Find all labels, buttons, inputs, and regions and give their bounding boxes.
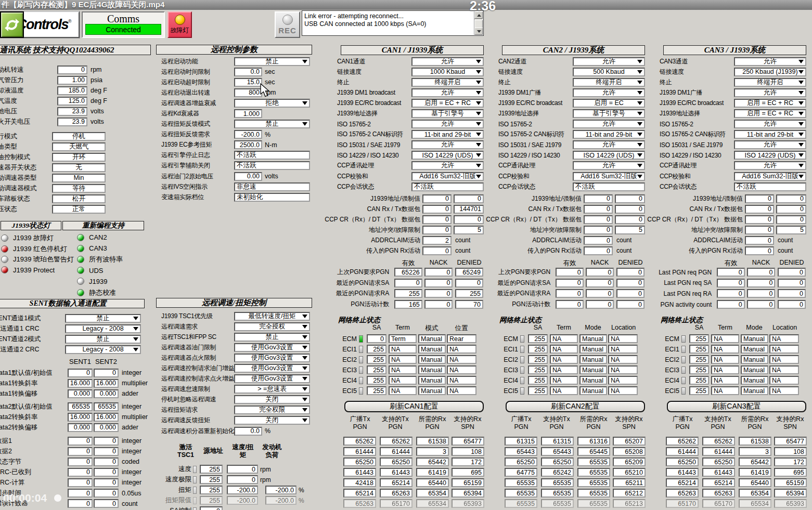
can-config-field[interactable]: 允许 [734,57,806,66]
pgn-required-rx-field[interactable]: 65354 [739,489,771,498]
pgn-required-rx-field[interactable]: 3 [416,447,449,456]
pgn-broadcast-tx-field[interactable]: 42418 [343,478,376,487]
spinner-handle-icon[interactable] [193,497,197,504]
pgn-broadcast-tx-field[interactable]: 65535 [505,478,537,487]
sent1-value-field[interactable]: 16.000 [68,413,93,422]
pgn-supported-rx-field[interactable]: 65394 [452,489,484,498]
pgn-supported-rx-field[interactable]: 695 [774,468,807,477]
can-config-field[interactable]: 允许 [734,140,806,149]
governor-param-field[interactable]: 关闭 [234,416,310,425]
can-config-field[interactable]: 允许 [734,120,806,128]
can-config-field[interactable]: 11-bit and 29-bit [411,130,484,139]
sent-dropdown[interactable]: 禁止 [65,314,141,323]
pgn-broadcast-tx-field[interactable]: 65250 [343,457,376,466]
pgn-broadcast-tx-field[interactable]: 61443 [666,468,699,477]
pgn-supported-rx-field[interactable]: 108 [452,447,484,456]
remote-param-field[interactable]: 非怠速 [234,182,310,191]
can-config-field[interactable]: 允许 [573,161,645,170]
governor-param-field[interactable]: 使用Gov3设置 [234,343,310,352]
sent2-value-field[interactable]: 0.000 [94,423,119,432]
pgn-broadcast-tx-field[interactable]: 65214 [343,489,376,498]
can-config-field[interactable]: 不活跃 [411,182,484,191]
governor-param-field[interactable]: 最低转速度/扭矩 [234,312,310,321]
pgn-supported-tx-field[interactable]: 65214 [702,478,735,487]
pgn-broadcast-tx-field[interactable]: 61444 [666,447,699,456]
refresh-can2-button[interactable]: 刷新CAN2配置 [506,401,645,412]
tsc1-source-address-field[interactable]: 255 [200,496,223,505]
pgn-supported-tx-field[interactable]: 65262 [702,437,735,446]
sent1-value-field[interactable]: 0.000 [68,389,93,398]
can-config-field[interactable]: 启用 = EC + RC [734,99,806,108]
can-config-field[interactable]: 允许 [573,140,645,149]
can-config-field[interactable]: 500 Kbaud [573,68,645,76]
remote-param-field[interactable]: 0.0 [234,68,262,76]
can-config-field[interactable]: 基于引擎号 [411,109,484,118]
pgn-supported-rx-field[interactable]: 108 [774,447,807,456]
spinner-handle-icon[interactable] [193,507,197,510]
sent-dropdown[interactable]: 禁止 [65,335,141,344]
remote-param-field[interactable]: 不活跃 [234,161,310,170]
remote-param-field[interactable]: 不活跃 [234,151,310,160]
pgn-required-rx-field[interactable]: 65535 [577,468,610,477]
remote-param-field[interactable]: 未初始化 [234,193,310,202]
governor-param-field[interactable]: 0.0 [234,427,262,436]
sent1-value-field[interactable]: 0.000 [68,423,93,432]
can-config-field[interactable]: 允许 [411,88,484,97]
pgn-required-rx-field[interactable]: 65534 [739,499,771,508]
sent1-value-field[interactable]: 0 [68,369,93,377]
pgn-supported-tx-field[interactable]: 65170 [702,499,735,508]
can-config-field[interactable]: Add16 Sum32-旧版 [734,172,806,181]
can-config-field[interactable]: 允许 [573,88,645,97]
pgn-supported-tx-field[interactable]: 65170 [380,499,413,508]
sent2-value-field[interactable]: 0.000 [94,389,119,398]
pgn-required-rx-field[interactable]: 65535 [577,478,610,487]
pgn-required-rx-field[interactable]: 65440 [739,478,771,487]
pgn-broadcast-tx-field[interactable]: 65263 [666,489,699,498]
governor-param-field[interactable]: 完全权限 [234,406,310,414]
sent-dropdown[interactable]: Legacy - 2008 [65,324,141,333]
pgn-supported-rx-field[interactable]: 172 [452,457,484,466]
pgn-supported-rx-field[interactable]: 65477 [452,437,484,446]
remote-param-field[interactable]: 800 [234,88,262,97]
spinner-handle-icon[interactable] [193,466,197,473]
remote-param-field[interactable]: 禁止 [234,120,310,128]
pgn-supported-rx-field[interactable]: 65477 [774,437,807,446]
pgn-required-rx-field[interactable]: 3 [739,447,771,456]
pgn-supported-rx-field[interactable]: 65393 [452,499,484,508]
pgn-supported-rx-field[interactable]: 65393 [774,499,807,508]
pgn-broadcast-tx-field[interactable]: 65443 [505,447,537,456]
can-config-field[interactable]: 终端开启 [734,78,806,87]
pgn-required-rx-field[interactable]: 61419 [416,468,449,477]
pgn-supported-rx-field[interactable]: 65159 [452,478,484,487]
spinner-handle-icon[interactable] [193,487,197,494]
pgn-supported-tx-field[interactable]: 65535 [541,499,574,508]
pgn-broadcast-tx-field[interactable]: 65214 [666,478,699,487]
pgn-broadcast-tx-field[interactable]: 65170 [666,499,699,508]
pgn-required-rx-field[interactable]: 65354 [416,489,449,498]
pgn-required-rx-field[interactable]: 65535 [577,499,610,508]
pgn-supported-tx-field[interactable]: 65250 [702,457,735,466]
can-config-field[interactable]: 1000 Kbaud [411,68,484,76]
can-config-field[interactable]: ISO 14229 (UDS) [573,151,645,160]
pgn-supported-rx-field[interactable]: 65159 [774,478,807,487]
remote-param-field[interactable]: 拒绝 [234,99,310,108]
sent2-value-field[interactable]: 16.000 [94,379,119,388]
can-config-field[interactable]: 启用 = EC [573,99,645,108]
can-config-field[interactable]: 不活跃 [573,182,645,191]
pgn-supported-rx-field[interactable]: 65394 [774,489,807,498]
pgn-broadcast-tx-field[interactable]: 65535 [505,499,537,508]
can-config-field[interactable]: 基于引擎号 [573,109,645,118]
governor-param-field[interactable]: 使用Gov3设置 [234,374,310,383]
sent1-value-field[interactable]: 65535 [68,402,93,411]
pgn-broadcast-tx-field[interactable]: 65262 [666,437,699,446]
pgn-supported-rx-field[interactable]: 65210 [613,468,646,477]
pgn-supported-tx-field[interactable]: 65250 [380,457,413,466]
sent1-value-field[interactable]: 16.000 [68,379,93,388]
remote-param-field[interactable]: 0.00 [234,172,262,181]
governor-param-field[interactable]: 禁止 [234,333,310,342]
pgn-required-rx-field[interactable]: 65534 [416,499,449,508]
can-config-field[interactable]: ISO 14229 (UDS) [734,151,806,160]
refresh-can3-button[interactable]: 刷新CAN3配置 [667,401,806,412]
pgn-supported-rx-field[interactable]: 65212 [613,489,646,498]
tsc1-source-address-field[interactable]: 255 [200,475,223,484]
